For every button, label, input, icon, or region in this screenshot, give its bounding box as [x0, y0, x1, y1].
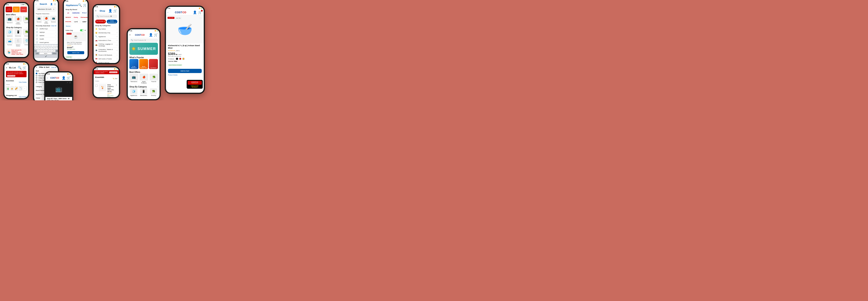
heart-btn-10[interactable]: ♡ [199, 17, 202, 20]
donate-btn[interactable]: DONATE NOW [7, 75, 15, 77]
cart-container-10[interactable]: 🛒 1 [198, 10, 202, 14]
key-k[interactable]: k [53, 47, 55, 49]
cat-top-sellers[interactable]: ⭐ Top Sellers › [94, 27, 119, 31]
key-y[interactable]: y [46, 45, 49, 47]
key-u[interactable]: u [49, 45, 51, 47]
tab-online-exclusives[interactable]: Online Exclusives 💻 [107, 20, 117, 24]
product-details-link-10[interactable]: Product Details [166, 74, 204, 76]
key-h[interactable]: h [48, 47, 50, 49]
key-r[interactable]: r [41, 45, 43, 47]
offer-card-food[interactable]: Food M. [23, 16, 28, 25]
key-j[interactable]: j [50, 47, 53, 49]
key-q[interactable]: q [33, 45, 35, 47]
person-icon[interactable]: 👤 [50, 3, 53, 5]
brand-danby[interactable]: Danby [72, 15, 80, 19]
search-icon-5[interactable]: 🔍 [18, 66, 22, 70]
filter-close-btn[interactable]: ✕ [36, 66, 37, 68]
brand-kitchenaid[interactable]: KitchenAid [81, 15, 88, 19]
key-d[interactable]: d [40, 47, 42, 49]
cat-clothing[interactable]: 👜 Clothing, Luggage, & handbags › [94, 42, 119, 48]
back-icon-10[interactable]: ‹ [167, 11, 168, 13]
key-123[interactable]: 123 [35, 53, 39, 55]
person-icon-4[interactable]: 👤 [108, 9, 112, 13]
popular-card-treasure[interactable]: Weekly Treasure Hunt [139, 59, 148, 69]
list-item-1[interactable]: 🧃 [6, 86, 10, 91]
key-s[interactable]: s [37, 47, 39, 49]
cat-appliances-shop[interactable]: 🔧 Appliances › [94, 35, 119, 38]
cat-membership-only[interactable]: 👑 Membership Only › [94, 31, 119, 35]
brand-samsung[interactable]: SAMSUNG [72, 11, 80, 15]
banner-chance[interactable]: Chance [20, 7, 27, 12]
key-p[interactable]: p [57, 45, 59, 47]
edit-btn-8[interactable]: ✏️ Edit [113, 78, 117, 79]
toggle-container[interactable]: ⊞ [80, 29, 86, 31]
key-backspace[interactable]: ⌫ [56, 50, 58, 52]
key-v[interactable]: v [45, 50, 47, 52]
product-card-coffee[interactable]: 25% OFF ♡ Make CM7700 CoffeeSelect Count… [65, 32, 86, 55]
color-red-10[interactable] [179, 58, 181, 60]
shop-search[interactable]: 🔍 Find Products ⊞ [95, 14, 117, 18]
cat-automotive[interactable]: 🚗 Automotive & Tires › [94, 38, 119, 42]
expand-icon-sony[interactable]: ↗ [66, 82, 68, 84]
key-i[interactable]: i [52, 45, 54, 47]
key-b[interactable]: b [48, 50, 50, 52]
cart-icon-3[interactable]: 🛒 [83, 3, 87, 7]
cat-computers[interactable]: 💻 Computers, Tablets & Accessories › [94, 48, 119, 53]
mic-icon[interactable]: 🎤 [45, 55, 47, 57]
person-icon-7[interactable]: 👤 [62, 76, 66, 80]
key-z[interactable]: z [37, 50, 39, 52]
cat-furniture[interactable]: 🛋️ Furniture [6, 38, 13, 46]
color-orange-10[interactable] [182, 58, 185, 60]
person-icon-10[interactable]: 👤 [193, 10, 197, 14]
heart-icon-coffee[interactable]: ♡ [82, 33, 84, 36]
key-space[interactable]: space [39, 53, 52, 55]
cat-kitchen[interactable]: Home & Kitchen [14, 38, 22, 46]
cat-appliances-9[interactable]: Appliances [130, 88, 137, 96]
brand-hisense[interactable]: Hisense [65, 24, 71, 28]
offer-card-apple[interactable]: Apple Products [14, 16, 22, 25]
key-o[interactable]: o [54, 45, 56, 47]
popular-thumb-3[interactable]: 📺 Televisions [50, 15, 57, 24]
key-t[interactable]: t [43, 45, 46, 47]
key-w[interactable]: w [36, 45, 38, 47]
search-icon-3[interactable]: 🔍 [78, 3, 82, 7]
key-c[interactable]: c [42, 50, 44, 52]
brand-bosch[interactable]: BOSCH [65, 15, 71, 19]
key-g[interactable]: g [45, 47, 47, 49]
cart-icon-7[interactable]: 🛒1 [66, 76, 70, 80]
grid-list-icon[interactable]: ⊞ [85, 30, 86, 31]
key-e[interactable]: e [38, 45, 40, 47]
brand-whirlpool[interactable]: Whirlpool [81, 11, 88, 15]
clear-all-btn[interactable]: Clear All [51, 25, 56, 27]
cat-electronics[interactable]: 📱 Electronics [14, 29, 22, 36]
person-icon-9[interactable]: 👤 [149, 33, 153, 37]
item-checkbox[interactable] [95, 85, 98, 87]
key-a[interactable]: a [35, 47, 37, 49]
toggle-switch[interactable] [80, 29, 84, 31]
key-m[interactable]: m [53, 50, 55, 52]
banner-treasure[interactable]: TreasureHunt [13, 7, 20, 12]
color-black-10[interactable] [176, 58, 178, 60]
recent-item-2[interactable]: 🕐 laptops › [34, 31, 58, 34]
hamburger-icon-5[interactable]: ≡ [6, 67, 7, 69]
key-f[interactable]: f [42, 47, 44, 49]
search-input-box[interactable]: television 55 inch ⊞ [36, 7, 56, 11]
hamburger-icon-4[interactable]: ≡ [95, 10, 96, 12]
donate-btn-8[interactable]: DONATE NOW [109, 71, 117, 73]
cart-icon-5[interactable]: 🛒 [23, 66, 27, 70]
promo-strip[interactable]: 🏪 Earn annual 2% reward on warehouse and… [6, 48, 27, 56]
popular-thumb-1[interactable]: 📺 Televisions [36, 15, 42, 24]
summer-banner[interactable]: ☀️ SUMMER [129, 43, 158, 55]
list-item-3[interactable]: 🥜 [14, 86, 18, 91]
banner-warehouse[interactable]: In TheWarehouse [6, 7, 12, 12]
shopping-view-details[interactable]: View Details [19, 96, 27, 98]
cart-icon-9[interactable]: 🛒 [154, 33, 158, 37]
search-bar-9[interactable]: 🔍 Find Products ⊞ [129, 38, 158, 42]
heart-icon-sony[interactable]: ♡ [69, 82, 71, 84]
brand-cafe[interactable]: CAFÉ [72, 20, 80, 24]
offer-food-9[interactable]: Food M. [150, 74, 158, 84]
cat-floral[interactable]: 💐 Floral & Gift Baskets › [94, 53, 119, 57]
brand-frigidaire[interactable]: FRIGIDAIRE [65, 20, 71, 24]
offer-card-tv[interactable]: Televisions [6, 16, 13, 25]
key-l[interactable]: l [56, 47, 58, 49]
